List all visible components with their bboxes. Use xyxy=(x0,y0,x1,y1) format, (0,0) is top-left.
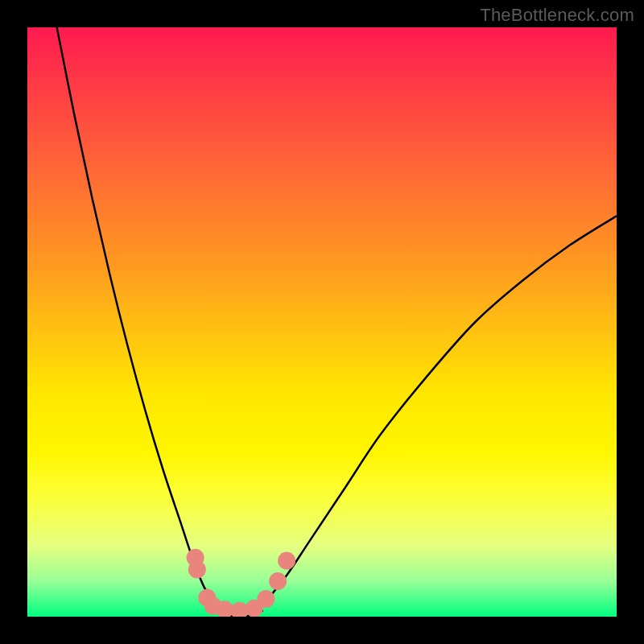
curve-group xyxy=(57,27,617,617)
curve-right-curve xyxy=(263,216,617,605)
data-point xyxy=(278,551,295,569)
data-point xyxy=(257,590,275,608)
chart-frame: TheBottleneck.com xyxy=(0,0,644,644)
data-point xyxy=(188,560,206,578)
chart-svg xyxy=(27,27,617,617)
curve-left-curve xyxy=(57,27,217,605)
data-point xyxy=(269,572,287,590)
watermark-label: TheBottleneck.com xyxy=(480,5,634,26)
